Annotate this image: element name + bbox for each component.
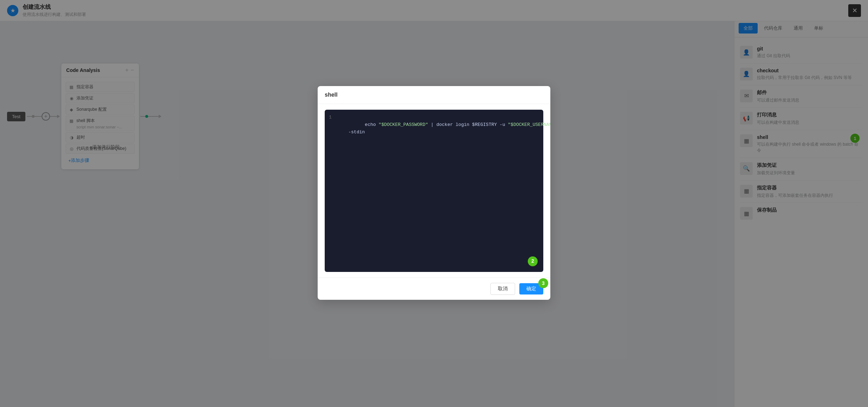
code-editor[interactable]: 1 echo "$DOCKER_PASSWORD" | docker login… bbox=[325, 110, 543, 272]
cancel-button[interactable]: 取消 bbox=[490, 283, 515, 295]
modal-body: 1 echo "$DOCKER_PASSWORD" | docker login… bbox=[318, 104, 550, 278]
code-docker-username: "$DOCKER_USERNAME" bbox=[508, 122, 550, 127]
modal-footer: 取消 确定 3 bbox=[318, 278, 550, 300]
code-echo: echo bbox=[365, 122, 379, 127]
badge-2: 2 bbox=[528, 256, 538, 266]
code-pipe: | docker login $REGISTRY -u bbox=[428, 122, 508, 127]
code-stdin: -stdin bbox=[337, 129, 365, 135]
code-content[interactable]: echo "$DOCKER_PASSWORD" | docker login $… bbox=[337, 114, 550, 268]
code-docker-password: "$DOCKER_PASSWORD" bbox=[379, 122, 428, 127]
shell-modal: shell 1 echo "$DOCKER_PASSWORD" | docker… bbox=[318, 86, 550, 300]
modal-title: shell bbox=[325, 92, 337, 98]
confirm-wrapper: 确定 3 bbox=[519, 283, 543, 294]
line-numbers: 1 bbox=[329, 114, 332, 268]
modal-header: shell bbox=[318, 86, 550, 104]
modal-overlay: shell 1 echo "$DOCKER_PASSWORD" | docker… bbox=[0, 0, 868, 407]
footer-actions: 取消 确定 3 bbox=[490, 283, 543, 295]
badge-3: 3 bbox=[538, 278, 548, 288]
